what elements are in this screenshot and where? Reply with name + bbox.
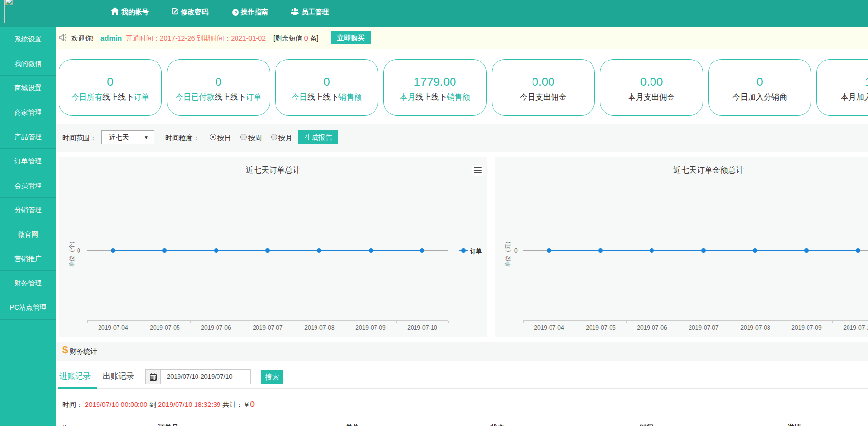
svg-text:?: ? (234, 10, 237, 15)
